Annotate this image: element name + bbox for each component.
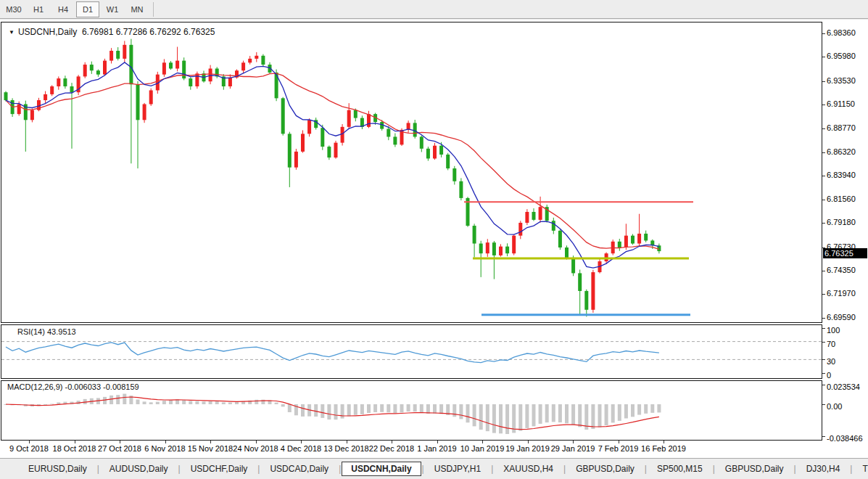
- candle-body: [136, 84, 140, 120]
- candle-body: [90, 65, 94, 70]
- tab-separator: |: [713, 464, 715, 474]
- time-axis-tick: [29, 441, 30, 443]
- rsi-chart: [1, 325, 822, 378]
- candle-body: [571, 258, 575, 273]
- tab-usdjpy-h1[interactable]: USDJPY,H1: [425, 462, 490, 476]
- candle-body: [637, 234, 641, 244]
- candle-body: [439, 146, 443, 155]
- macd-histogram-bar: [255, 400, 258, 404]
- candle-body: [162, 62, 166, 74]
- macd-histogram-bar: [215, 401, 219, 404]
- macd-histogram-bar: [637, 404, 641, 415]
- macd-histogram-bar: [644, 404, 648, 414]
- chart-menu-arrow-icon[interactable]: ▼: [9, 29, 15, 36]
- rsi-axis-label: 100: [827, 326, 840, 335]
- candle-body: [558, 231, 562, 247]
- tab-tech100-h1[interactable]: TECH100,H1: [853, 462, 868, 476]
- price-axis-tick: [822, 271, 825, 271]
- macd-histogram-bar: [116, 395, 120, 404]
- timeframe-button-w1[interactable]: W1: [101, 1, 124, 17]
- macd-histogram-bar: [103, 397, 107, 404]
- macd-histogram-bar: [552, 404, 555, 422]
- candle-body: [307, 120, 311, 134]
- macd-histogram-bar: [314, 404, 318, 417]
- macd-histogram-bar: [466, 404, 470, 422]
- tab-usdchf-daily[interactable]: USDCHF,Daily: [181, 462, 257, 476]
- macd-histogram-bar: [228, 403, 232, 404]
- candle-body: [57, 78, 60, 86]
- macd-histogram-bar: [479, 404, 483, 430]
- price-axis-tick: [822, 152, 825, 153]
- timeframe-button-mn[interactable]: MN: [125, 1, 149, 17]
- candle-body: [301, 134, 305, 152]
- macd-histogram-bar: [169, 400, 173, 404]
- price-axis-tick: [822, 318, 825, 319]
- candle-body: [149, 90, 153, 104]
- macd-histogram-bar: [420, 404, 423, 412]
- tab-eurusd-daily[interactable]: EURUSD,Daily: [19, 462, 96, 476]
- candle-body: [248, 59, 252, 62]
- candle-body: [367, 114, 371, 127]
- macd-histogram-bar: [182, 400, 186, 404]
- tab-gbpusd-daily[interactable]: GBPUSD,Daily: [566, 462, 644, 476]
- candle-body: [116, 51, 120, 59]
- candle-body: [4, 92, 8, 100]
- rsi-panel[interactable]: RSI(14) 43.9513: [1, 324, 822, 379]
- tab-usdcad-daily[interactable]: USDCAD,Daily: [260, 462, 338, 476]
- price-axis-label: 6.98360: [827, 28, 856, 37]
- candle-body: [499, 247, 503, 255]
- tab-audusd-daily[interactable]: AUDUSD,Daily: [100, 462, 178, 476]
- macd-histogram-bar: [235, 402, 239, 404]
- tab-separator: |: [339, 464, 341, 474]
- candle-body: [426, 149, 430, 159]
- tab-separator: |: [257, 464, 260, 474]
- tab-xauusd-h4[interactable]: XAUUSD,H4: [494, 462, 563, 476]
- timeframe-button-h1[interactable]: H1: [27, 1, 50, 17]
- macd-panel[interactable]: MACD(12,26,9) -0.006033 -0.008159: [1, 380, 822, 441]
- candle-body: [281, 98, 285, 134]
- price-axis-label: 6.93530: [827, 76, 856, 85]
- macd-histogram-bar: [360, 404, 364, 414]
- timeframe-toolbar: M30H1H4D1W1MN: [0, 0, 868, 19]
- main-chart-panel[interactable]: ▼USDCNH,Daily 6.76981 6.77286 6.76292 6.…: [1, 22, 822, 323]
- macd-histogram-bar: [301, 404, 305, 417]
- macd-histogram-bar: [657, 404, 661, 412]
- candle-body: [255, 56, 258, 59]
- candle-body: [83, 65, 87, 76]
- candles: [4, 39, 661, 317]
- timeframe-button-m30[interactable]: M30: [2, 1, 25, 17]
- timeframe-button-d1[interactable]: D1: [76, 1, 99, 17]
- candle-body: [182, 61, 186, 79]
- candle-body: [578, 273, 582, 291]
- candle-body: [228, 78, 232, 86]
- macd-histogram-bar: [433, 404, 437, 414]
- candle-body: [50, 86, 54, 94]
- tab-sp500-m15[interactable]: SP500,M15: [648, 462, 712, 476]
- candle-body: [327, 147, 331, 157]
- macd-histogram-bar: [195, 401, 199, 404]
- tab-separator: |: [178, 464, 181, 474]
- time-axis-label: 9 Oct 2018: [9, 444, 49, 453]
- tab-separator: |: [422, 464, 424, 474]
- macd-histogram-bar: [624, 404, 628, 418]
- macd-axis-label: 0.023534: [827, 382, 860, 391]
- macd-histogram-bar: [281, 404, 285, 406]
- time-axis-tick: [347, 441, 347, 443]
- toolbar-separator: [153, 2, 154, 17]
- candle-body: [334, 143, 338, 157]
- time-axis-tick: [120, 441, 120, 443]
- price-axis-label: 6.74350: [827, 266, 856, 274]
- tab-gbpusd-daily[interactable]: GBPUSD,Daily: [716, 462, 793, 476]
- tab-dj30-h4[interactable]: DJ30,H4: [797, 462, 850, 476]
- candle-body: [321, 128, 324, 147]
- time-axis-label: 29 Jan 2019: [551, 444, 595, 453]
- price-axis-label: 6.95980: [827, 52, 856, 60]
- timeframe-button-h4[interactable]: H4: [51, 1, 75, 17]
- tab-usdcnh-daily[interactable]: USDCNH,Daily: [342, 462, 421, 476]
- macd-values: -0.006033 -0.008159: [65, 382, 139, 391]
- price-axis-tick: [822, 128, 825, 129]
- candle-body: [103, 61, 107, 75]
- price-axis-label: 6.69590: [827, 313, 856, 322]
- time-axis-tick: [437, 441, 438, 443]
- rsi-axis-label: 0: [827, 371, 831, 380]
